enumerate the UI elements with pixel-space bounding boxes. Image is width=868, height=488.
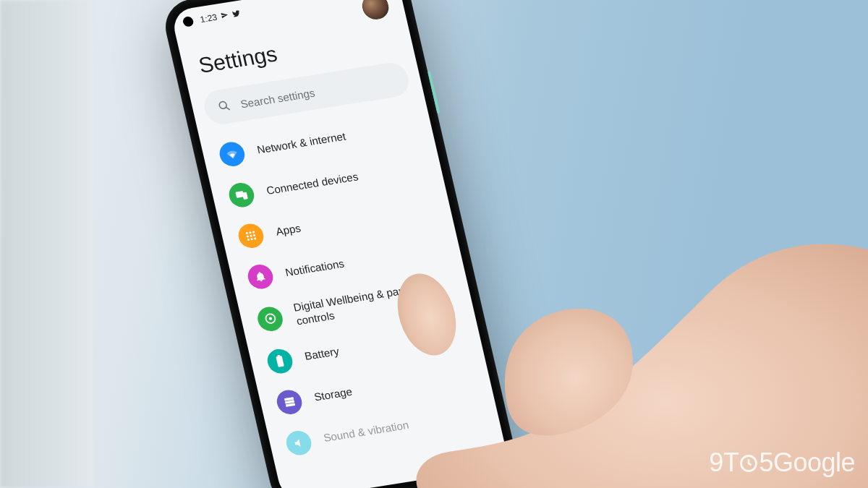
watermark: 9T 5Google: [709, 448, 855, 478]
battery-icon: [265, 347, 294, 374]
svg-rect-18: [276, 356, 284, 367]
svg-point-17: [268, 317, 272, 321]
svg-point-13: [247, 239, 250, 241]
settings-list: Network & internet Connected devices App…: [198, 98, 501, 468]
bird-icon: [231, 9, 242, 19]
photo-scene: 1:23: [0, 0, 868, 488]
sound-icon: [284, 429, 313, 456]
settings-item-label: Battery: [303, 345, 340, 364]
svg-point-8: [249, 231, 252, 234]
camera-punch-hole: [182, 16, 195, 27]
background-frame: [0, 0, 94, 488]
wifi-icon: [217, 140, 247, 168]
wellbeing-icon: [255, 305, 285, 333]
send-icon: [221, 11, 230, 20]
settings-item-label: Sound & vibration: [323, 419, 410, 445]
settings-item-label: Network & internet: [255, 129, 346, 157]
svg-point-11: [250, 235, 252, 237]
phone: 1:23: [160, 0, 521, 488]
phone-screen: 1:23: [170, 0, 509, 488]
svg-point-15: [254, 237, 257, 239]
search-icon: [216, 98, 233, 115]
settings-item-label: Apps: [275, 221, 302, 239]
svg-line-4: [226, 106, 229, 110]
svg-point-7: [245, 232, 248, 234]
apps-icon: [236, 222, 265, 249]
settings-item-label: Connected devices: [265, 170, 360, 197]
svg-point-3: [218, 100, 227, 108]
page-title: Settings: [196, 42, 279, 78]
svg-point-14: [250, 238, 253, 240]
svg-rect-6: [242, 192, 248, 200]
devices-icon: [226, 181, 256, 209]
status-time: 1:23: [199, 12, 218, 25]
svg-point-10: [247, 235, 250, 237]
svg-point-9: [252, 231, 255, 233]
settings-item-label: Notifications: [284, 257, 346, 279]
storage-icon: [274, 388, 304, 415]
bell-icon: [245, 263, 275, 291]
avatar[interactable]: [359, 0, 391, 21]
settings-item-label: Storage: [313, 385, 354, 405]
search-placeholder: Search settings: [239, 86, 316, 110]
svg-point-12: [253, 234, 256, 236]
